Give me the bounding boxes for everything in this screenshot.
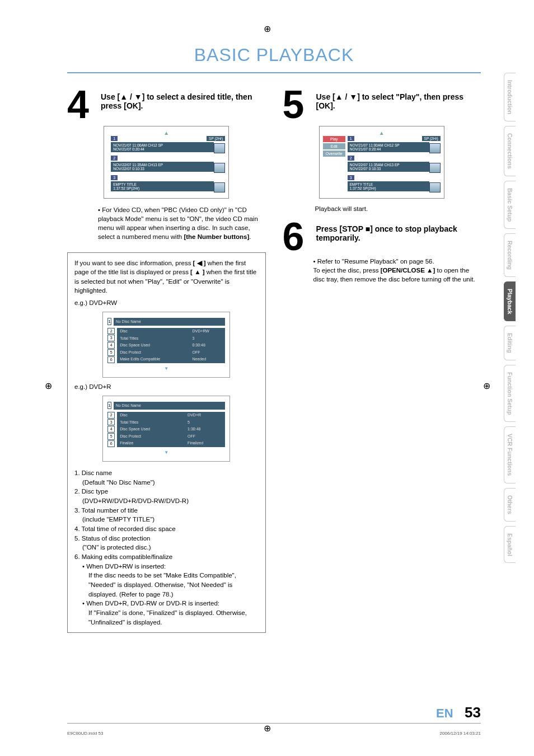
tab-vcr-functions[interactable]: VCR Functions bbox=[504, 426, 516, 483]
scroll-up-icon: ▲ bbox=[323, 130, 441, 136]
tab-playback[interactable]: Playback bbox=[504, 281, 516, 322]
down-arrow-icon: ▼ bbox=[107, 449, 225, 456]
legend-item: (Default "No Disc Name") bbox=[74, 478, 259, 487]
step-5-heading: Use [▲ / ▼] to select "Play", then press… bbox=[316, 89, 481, 120]
step4-h-b: / bbox=[128, 92, 134, 101]
legend-item: 2. Disc type bbox=[74, 487, 259, 496]
info-panel-rw: 1 No Disc Name 23456 DiscDVD+RW Total Ti… bbox=[102, 312, 230, 378]
eg-r-label: e.g.) DVD+R bbox=[74, 382, 259, 391]
step-6-number: 6 bbox=[283, 221, 311, 252]
register-mark-top: ⊕ bbox=[264, 24, 271, 34]
content-columns: 4 Use [▲ / ▼] to select a desired title,… bbox=[67, 89, 481, 633]
footer-right: 2006/12/19 14:03:21 bbox=[440, 731, 481, 736]
side-tabs: Introduction Connections Basic Setup Rec… bbox=[504, 73, 516, 563]
left-triangle-icon: [ ◀ ] bbox=[193, 260, 206, 266]
page-title: BASIC PLAYBACK bbox=[67, 45, 481, 65]
thumb-icon bbox=[214, 163, 225, 173]
legend-item: If the disc needs to be set "Make Edits … bbox=[74, 571, 259, 599]
title-rule bbox=[67, 72, 481, 73]
thumb-icon bbox=[214, 182, 225, 192]
legend-item: 1. Disc name bbox=[74, 468, 259, 478]
tab-introduction[interactable]: Introduction bbox=[504, 73, 516, 121]
info-table-rw: DiscDVD+RW Total Titles3 Disc Space Used… bbox=[117, 328, 225, 363]
step4-note-tail: . bbox=[249, 233, 251, 240]
info-row-numbers: 23456 bbox=[107, 412, 115, 447]
thumb-icon bbox=[429, 182, 441, 192]
list-meta-2: NOV/22/07 11:35AM CH13 EPNOV/22/07 0:10:… bbox=[348, 162, 429, 172]
list-meta-2: NOV/22/07 11:35AM CH13 EPNOV/22/07 0:10:… bbox=[111, 162, 214, 172]
legend-item: (include "EMPTY TITLE") bbox=[74, 515, 259, 524]
sp-label: SP (2Hr) bbox=[207, 136, 225, 141]
down-triangle-icon: ▼ bbox=[349, 92, 357, 101]
list-meta-3: EMPTY TITLE1:37:52 SP(2Hr) bbox=[348, 181, 429, 191]
list-badge: 3 bbox=[348, 175, 354, 180]
step-4-number: 4 bbox=[67, 89, 95, 120]
step-5: 5 Use [▲ / ▼] to select "Play", then pre… bbox=[283, 89, 481, 120]
step-6: 6 Press [STOP ■] once to stop playback t… bbox=[283, 221, 481, 252]
tab-recording[interactable]: Recording bbox=[504, 233, 516, 277]
legend-item: ("ON" is protected disc.) bbox=[74, 543, 259, 552]
tab-basic-setup[interactable]: Basic Setup bbox=[504, 181, 516, 229]
title-list: 1SP (2Hr) NOV/21/07 11:00AM CH12 SPNOV/2… bbox=[348, 136, 441, 195]
list-meta-3: EMPTY TITLE1:37:52 SP(2Hr) bbox=[111, 181, 214, 191]
step4-note: • For Video CD, when "PBC (Video CD only… bbox=[98, 205, 266, 241]
sidebar-edit: Edit bbox=[323, 143, 345, 149]
list-badge: 2 bbox=[348, 156, 354, 161]
disc-info-box: If you want to see disc information, pre… bbox=[67, 252, 266, 633]
register-mark-right: ⊕ bbox=[483, 381, 490, 391]
page-num-value: 53 bbox=[465, 704, 481, 721]
eg-rw-label: e.g.) DVD+RW bbox=[74, 298, 259, 307]
step5-screenshot: ▲ Play Edit Overwrite 1SP (2Hr) NOV/21/0… bbox=[319, 126, 444, 199]
step-6-heading: Press [STOP ■] once to stop playback tem… bbox=[316, 221, 481, 252]
right-column: 5 Use [▲ / ▼] to select "Play", then pre… bbox=[283, 89, 481, 633]
sp-label: SP (2Hr) bbox=[422, 136, 441, 141]
legend-item: (DVD+RW/DVD+R/DVD-RW/DVD-R) bbox=[74, 496, 259, 506]
left-column: 4 Use [▲ / ▼] to select a desired title,… bbox=[67, 89, 266, 633]
legend-item: 3. Total number of title bbox=[74, 506, 259, 515]
tab-espanol[interactable]: Español bbox=[504, 526, 516, 564]
list-badge: 3 bbox=[111, 175, 118, 180]
stop-square-icon: ■ bbox=[366, 224, 370, 233]
legend-item: • When DVD+RW is inserted: bbox=[74, 562, 259, 571]
tab-function-setup[interactable]: Function Setup bbox=[504, 365, 516, 422]
tab-connections[interactable]: Connections bbox=[504, 126, 516, 176]
step-4: 4 Use [▲ / ▼] to select a desired title,… bbox=[67, 89, 266, 120]
register-mark-left: ⊕ bbox=[45, 381, 52, 391]
list-meta-1: NOV/21/07 11:00AM CH12 SPNOV/21/07 0:20:… bbox=[348, 142, 429, 152]
tab-editing[interactable]: Editing bbox=[504, 326, 516, 360]
down-arrow-icon: ▼ bbox=[107, 365, 225, 372]
info-row-numbers: 23456 bbox=[107, 328, 115, 363]
list-badge: 2 bbox=[111, 156, 118, 161]
info-table-r: DiscDVD+R Total Titles5 Disc Space Used1… bbox=[117, 412, 225, 447]
up-triangle-icon: ▲ bbox=[120, 92, 128, 101]
eject-triangle-icon: ▲ bbox=[427, 267, 433, 274]
sidebar-overwrite: Overwrite bbox=[323, 151, 345, 157]
info-header-badge: 1 bbox=[107, 402, 111, 409]
thumb-icon bbox=[429, 143, 441, 153]
step-4-heading: Use [▲ / ▼] to select a desired title, t… bbox=[101, 89, 266, 120]
scroll-up-icon: ▲ bbox=[107, 130, 225, 136]
footer: E9C80UD.indd 53 2006/12/19 14:03:21 bbox=[67, 731, 481, 736]
step4-note-bold: [the Number buttons] bbox=[184, 233, 249, 240]
up-triangle-icon: [ ▲ ] bbox=[190, 269, 204, 275]
list-badge: 1 bbox=[348, 136, 354, 141]
page-lang: EN bbox=[436, 706, 453, 720]
info-header-text: No Disc Name bbox=[114, 318, 226, 326]
manual-page: ⊕ ⊕ ⊕ ⊕ BASIC PLAYBACK Introduction Conn… bbox=[0, 0, 534, 756]
info-panel-r: 1 No Disc Name 23456 DiscDVD+R Total Tit… bbox=[102, 396, 230, 462]
legend-item: 6. Making edits compatible/finalize bbox=[74, 552, 259, 562]
thumb-icon bbox=[214, 143, 225, 153]
screenshot-sidebar: Play Edit Overwrite bbox=[323, 136, 345, 195]
list-meta-1: NOV/21/07 11:00AM CH12 SPNOV/21/07 0:20:… bbox=[111, 142, 214, 152]
page-number: EN 53 bbox=[436, 704, 481, 721]
footer-left: E9C80UD.indd 53 bbox=[67, 731, 103, 736]
footer-rule bbox=[67, 723, 481, 724]
sidebar-play: Play bbox=[323, 136, 345, 142]
info-header-badge: 1 bbox=[107, 318, 111, 325]
step6-body: • Refer to "Resume Playback" on page 56.… bbox=[313, 257, 481, 284]
thumb-icon bbox=[429, 163, 441, 173]
title-list: 1SP (2Hr) NOV/21/07 11:00AM CH12 SPNOV/2… bbox=[111, 136, 225, 195]
info-intro: If you want to see disc information, pre… bbox=[74, 259, 259, 294]
tab-others[interactable]: Others bbox=[504, 488, 516, 522]
legend-item: 5. Status of disc protection bbox=[74, 534, 259, 543]
